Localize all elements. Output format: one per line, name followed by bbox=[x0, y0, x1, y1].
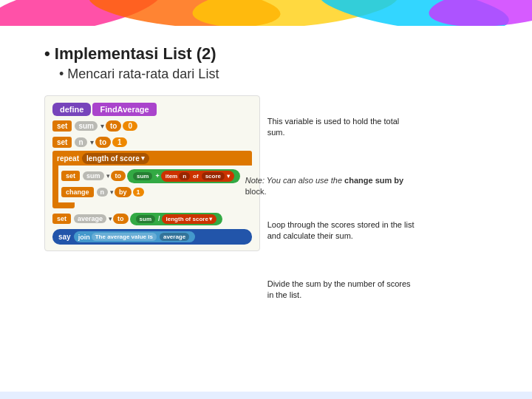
zero-val: 0 bbox=[123, 121, 137, 131]
func-name: FindAverage bbox=[92, 103, 156, 116]
divide-expr: sum / length of score ▾ bbox=[130, 213, 222, 225]
n-var-1: n bbox=[75, 137, 86, 147]
to-keyword-3: to bbox=[111, 171, 126, 181]
svg-rect-5 bbox=[0, 26, 532, 35]
set-label-4: set bbox=[52, 214, 71, 224]
change-n-block: change n ▾ by 1 bbox=[61, 185, 252, 200]
sum-var-2: sum bbox=[83, 171, 104, 180]
ann2: Note: You can also use the change sum by… bbox=[245, 175, 423, 198]
main-title: • Implementasi List (2) bbox=[44, 44, 510, 64]
say-block: say join The average value is average bbox=[52, 229, 252, 245]
change-label: change bbox=[61, 187, 94, 197]
sub-title: • Mencari rata-rata dari List bbox=[59, 66, 510, 82]
n-var-2: n bbox=[97, 188, 109, 197]
bottom-banner bbox=[0, 384, 532, 399]
length-of-score-2: length of score ▾ bbox=[162, 214, 216, 224]
ann1: This variable is used to hold the total … bbox=[267, 116, 415, 139]
set-label-1: set bbox=[52, 120, 72, 132]
one-val-2: 1 bbox=[133, 188, 144, 197]
repeat-label: repeat bbox=[57, 154, 79, 163]
average-var-2: average bbox=[160, 233, 189, 241]
ann4: Divide the sum by the number of scores i… bbox=[267, 279, 415, 301]
set-sum-block: set sum ▾ to 0 bbox=[52, 118, 252, 133]
average-var: average bbox=[74, 214, 106, 223]
by-label: by bbox=[115, 187, 132, 197]
svg-rect-6 bbox=[0, 392, 532, 399]
top-banner bbox=[0, 0, 532, 35]
set-average-block: set average ▾ to sum / length of score ▾ bbox=[52, 211, 252, 226]
define-block-row: define FindAverage bbox=[52, 102, 252, 117]
sum-plus-expr: sum + item n of score ▾ bbox=[127, 169, 240, 183]
to-keyword-4: to bbox=[113, 214, 129, 224]
length-of-score-pill: length of score ▾ bbox=[82, 153, 149, 164]
to-keyword-2: to bbox=[95, 137, 111, 148]
sum-var-1: sum bbox=[75, 121, 98, 131]
define-label: define bbox=[52, 103, 91, 116]
repeat-footer bbox=[52, 202, 75, 208]
set-label-3: set bbox=[61, 171, 80, 181]
set-n-block: set n ▾ to 1 bbox=[52, 134, 252, 149]
to-keyword-1: to bbox=[106, 120, 121, 132]
item-n-of-score: item n of score ▾ bbox=[161, 171, 234, 182]
to-label-1: ▾ bbox=[100, 122, 104, 130]
one-val: 1 bbox=[112, 137, 127, 147]
join-expr: join The average value is average bbox=[74, 231, 196, 242]
scratch-blocks: define FindAverage set sum ▾ to 0 set n … bbox=[44, 95, 260, 251]
set-label-2: set bbox=[52, 137, 72, 148]
say-label: say bbox=[58, 233, 71, 241]
main-content: • Implementasi List (2) • Mencari rata-r… bbox=[44, 44, 510, 377]
repeat-body: set sum ▾ to sum + item n of sc bbox=[52, 166, 252, 202]
repeat-block: repeat length of score ▾ set sum ▾ to bbox=[52, 151, 252, 208]
to-arrow-2: ▾ bbox=[90, 138, 94, 146]
avg-value-text: The average value is bbox=[92, 233, 157, 241]
set-sum-calc-block: set sum ▾ to sum + item n of sc bbox=[61, 168, 252, 183]
repeat-header: repeat length of score ▾ bbox=[52, 151, 252, 166]
ann3: Loop through the scores stored in the li… bbox=[267, 219, 415, 242]
